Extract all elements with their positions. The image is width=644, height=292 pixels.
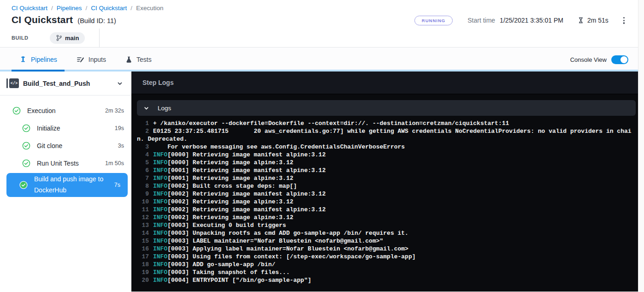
success-check-icon: [22, 124, 30, 132]
step-item[interactable]: Execution2m 32s: [0, 102, 131, 119]
log-line-number: 20: [137, 276, 149, 284]
step-duration: 1m 50s: [105, 160, 124, 167]
breadcrumb-item[interactable]: CI Quickstart: [91, 5, 127, 12]
tab-bar: Pipelines Inputs Tests Console View: [0, 48, 644, 72]
log-text: [0000] Retrieving image manifest alpine:…: [167, 151, 325, 158]
step-duration: 3s: [118, 143, 124, 149]
log-text: [0001] Retrieving image manifest alpine:…: [167, 167, 325, 174]
log-line: 16INFO[0003] Applying label maintainer=N…: [137, 245, 636, 253]
stage-selector[interactable]: </> Build_Test_and_Push: [0, 72, 131, 95]
tests-icon: [125, 56, 132, 63]
breadcrumb-item[interactable]: Pipelines: [57, 5, 82, 12]
chevron-down-icon: [143, 105, 149, 111]
step-duration: 7s: [114, 182, 120, 188]
log-text: [0002] Built cross stage deps: map[]: [167, 183, 297, 190]
more-options-button[interactable]: [620, 15, 627, 26]
tab-inputs[interactable]: Inputs: [77, 56, 106, 63]
log-line-number: 6: [137, 167, 149, 174]
execution-sidebar: </> Build_Test_and_Push Execution2m 32sI…: [0, 72, 131, 292]
log-line-number: 5: [137, 159, 149, 167]
build-row: BUILD main: [0, 29, 644, 48]
log-line: 2E0125 23:37:25.481715 20 aws_credential…: [137, 127, 636, 143]
success-check-icon: [22, 142, 30, 150]
breadcrumb-item: Execution: [136, 5, 163, 12]
log-line-number: 15: [137, 237, 149, 245]
breadcrumb-separator: /: [130, 5, 132, 12]
log-level-tag: INFO: [153, 261, 167, 268]
log-level-tag: INFO: [153, 253, 167, 260]
logs-section-title: Logs: [158, 105, 171, 112]
log-text: E0125 23:37:25.481715 20 aws_credentials…: [137, 128, 632, 143]
step-duration: 19s: [115, 125, 124, 131]
log-line-number: 8: [137, 182, 149, 190]
step-item[interactable]: Run Unit Tests1m 50s: [0, 155, 131, 172]
log-text: [0002] Retrieving image alpine:3.12: [167, 198, 293, 205]
log-line: 4INFO[0000] Retrieving image manifest al…: [137, 151, 636, 159]
success-check-icon: [19, 181, 28, 189]
hourglass-icon: [577, 17, 585, 24]
log-level-tag: INFO: [153, 159, 167, 166]
log-panel: Step Logs Logs 1+ /kaniko/executor --doc…: [131, 72, 644, 292]
inputs-icon: [77, 56, 84, 63]
chevron-down-icon[interactable]: [117, 80, 123, 87]
log-line: 10INFO[0002] Retrieving image alpine:3.1…: [137, 198, 636, 206]
breadcrumb-separator: /: [86, 5, 88, 12]
log-line: 11INFO[0002] Retrieving image manifest a…: [137, 206, 636, 214]
toggle-knob: [620, 56, 627, 63]
log-line-number: 12: [137, 214, 149, 221]
log-line-number: 14: [137, 229, 149, 237]
log-level-tag: INFO: [153, 206, 167, 213]
log-text: [0002] Retrieving image alpine:3.12: [167, 214, 293, 221]
log-level-tag: INFO: [153, 222, 167, 229]
step-item[interactable]: Initialize19s: [0, 119, 131, 137]
breadcrumb: CI Quickstart/Pipelines/CI Quickstart/Ex…: [12, 5, 644, 12]
log-line-number: 7: [137, 174, 149, 182]
step-label: Git clone: [37, 142, 62, 149]
log-text: [0000] Retrieving image alpine:3.12: [167, 159, 293, 166]
log-text: [0002] Retrieving image manifest alpine:…: [167, 206, 325, 213]
step-label: Execution: [27, 107, 55, 114]
page-title: CI Quickstart: [12, 14, 73, 25]
log-line: 8INFO[0002] Built cross stage deps: map[…: [137, 182, 636, 190]
scrollbar[interactable]: [638, 0, 644, 292]
log-line: 19INFO[0003] Taking snapshot of files...: [137, 268, 636, 276]
log-line: 14INFO[0003] Unpacking rootfs as cmd ADD…: [137, 229, 636, 237]
success-check-icon: [22, 159, 30, 167]
divider: [99, 29, 100, 48]
step-list: Execution2m 32sInitialize19sGit clone3sR…: [0, 95, 131, 197]
success-check-icon: [12, 107, 21, 115]
log-line: 20INFO[0004] ENTRYPOINT ["/bin/go-sample…: [137, 276, 636, 284]
duration-text: 2m 51s: [587, 17, 609, 24]
step-label: Run Unit Tests: [37, 160, 79, 167]
log-output: 1+ /kaniko/executor --dockerfile=Dockerf…: [137, 119, 636, 284]
log-line-number: 10: [137, 198, 149, 206]
tab-pipelines[interactable]: Pipelines: [19, 56, 57, 63]
log-line-number: 4: [137, 151, 149, 159]
console-view-label: Console View: [570, 56, 607, 63]
log-level-tag: INFO: [153, 183, 167, 190]
log-line: 18INFO[0003] ADD go-sample-app /bin/: [137, 261, 636, 268]
log-level-tag: INFO: [153, 167, 167, 174]
log-level-tag: INFO: [153, 151, 167, 158]
log-text: [0001] Retrieving image alpine:3.12: [167, 175, 293, 182]
log-line: 12INFO[0002] Retrieving image alpine:3.1…: [137, 214, 636, 221]
log-line: 13INFO[0003] Executing 0 build triggers: [137, 221, 636, 229]
log-text: [0002] Retrieving image manifest alpine:…: [167, 191, 325, 197]
tab-tests[interactable]: Tests: [125, 56, 152, 63]
log-text: [0003] ADD go-sample-app /bin/: [167, 261, 275, 268]
log-line-number: 16: [137, 245, 149, 253]
step-item[interactable]: Git clone3s: [0, 137, 131, 155]
log-line-number: 18: [137, 261, 149, 268]
log-line-number: 13: [137, 221, 149, 229]
log-line-number: 17: [137, 253, 149, 261]
logs-section-header[interactable]: Logs: [137, 100, 636, 116]
log-panel-header: Step Logs: [131, 72, 644, 95]
log-line: 6INFO[0001] Retrieving image manifest al…: [137, 167, 636, 174]
log-text: [0003] Taking snapshot of files...: [167, 269, 290, 276]
branch-tag[interactable]: main: [50, 32, 85, 44]
breadcrumb-item[interactable]: CI Quickstart: [12, 5, 47, 12]
log-text: [0003] Applying label maintainer=Nofar B…: [167, 245, 408, 252]
step-item[interactable]: Build and push image to DockerHub7s: [6, 173, 128, 197]
console-view-toggle[interactable]: [611, 55, 628, 64]
log-line-number: 1: [137, 119, 149, 127]
